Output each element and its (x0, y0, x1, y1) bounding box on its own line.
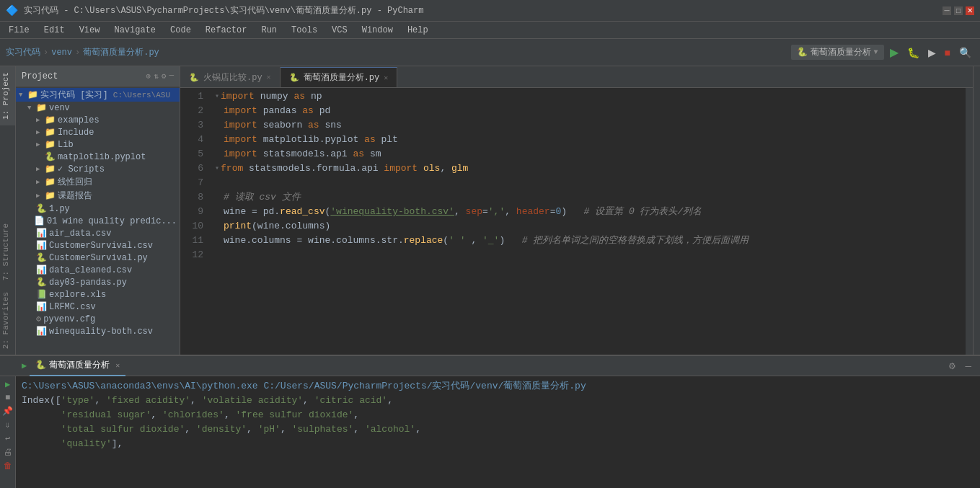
tree-matplotlib[interactable]: 🐍 matplotlib.pyplot (16, 151, 180, 163)
tree-label-airdata: air_data.csv (49, 229, 111, 239)
vtab-favorites[interactable]: 2: Favorites (0, 286, 15, 355)
editor-tabs: 🐍 火锅店比较.py ✕ 🐍 葡萄酒质量分析.py ✕ (180, 66, 973, 88)
breadcrumb: 实习代码 › venv › 葡萄酒质量分析.py (6, 46, 159, 58)
tree-pyvenv[interactable]: ⚙ pyvenv.cfg (16, 313, 180, 325)
menu-help[interactable]: Help (402, 24, 434, 37)
tree-lib[interactable]: ▶ 📁 Lib (16, 138, 180, 151)
menu-view[interactable]: View (74, 24, 106, 37)
tree-wine-doc[interactable]: 📄 01 wine quality predic... (16, 215, 180, 227)
print-icon[interactable]: 🖨 (4, 447, 12, 458)
tree-arrow-include: ▶ (36, 128, 43, 136)
csv-icon-lrfmc: 📊 (36, 301, 47, 312)
project-minimize-icon[interactable]: ─ (169, 71, 174, 81)
run-tab-close[interactable]: ✕ (115, 361, 120, 370)
menu-navigate[interactable]: Navigate (108, 24, 162, 37)
ln-12: 12 (180, 248, 203, 262)
tree-1py[interactable]: 🐍 1.py (16, 203, 180, 215)
breadcrumb-3[interactable]: 葡萄酒质量分析.py (83, 46, 159, 58)
tree-report[interactable]: ▶ 📁 课题报告 (16, 189, 180, 203)
bottom-minimize-btn[interactable]: ─ (962, 360, 974, 373)
stop-button[interactable]: ■ (942, 45, 953, 60)
bottom-controls: ⚙ ─ (945, 360, 974, 373)
tree-include[interactable]: ▶ 📁 Include (16, 126, 180, 138)
menu-run[interactable]: Run (255, 24, 283, 37)
tree-label-pyvenv: pyvenv.cfg (43, 314, 95, 324)
code-content[interactable]: ▾ import numpy as np import pandas as pd… (209, 88, 966, 355)
tree-explore[interactable]: 📗 explore.xls (16, 288, 180, 301)
tree-airdata[interactable]: 📊 air_data.csv (16, 227, 180, 239)
tree-customer-csv[interactable]: 📊 CustomerSurvival.csv (16, 239, 180, 252)
csv-icon-winequality: 📊 (36, 326, 47, 337)
tab-wine[interactable]: 🐍 葡萄酒质量分析.py ✕ (281, 67, 398, 87)
tab-wine-close[interactable]: ✕ (384, 74, 388, 82)
tree-lrfmc[interactable]: 📊 LRFMC.csv (16, 301, 180, 313)
search-everywhere-button[interactable]: 🔍 (956, 45, 974, 60)
menu-file[interactable]: File (3, 24, 35, 37)
tree-datacleaned[interactable]: 📊 data_cleaned.csv (16, 264, 180, 276)
console-area: ▶ ■ 📌 ⇓ ↩ 🖨 🗑 C:\Users\ASUS\anaconda3\en… (0, 376, 980, 488)
tree-arrow-lrfmc (27, 303, 35, 311)
ln-3: 3 (180, 118, 203, 133)
bottom-run-icon[interactable]: ▶ (22, 360, 27, 371)
tree-arrow-datacleaned (27, 267, 35, 274)
tab-hotpot[interactable]: 🐍 火锅店比较.py ✕ (180, 67, 281, 87)
tree-linear[interactable]: ▶ 📁 线性回归 (16, 175, 180, 189)
menu-refactor[interactable]: Refactor (200, 24, 253, 37)
coverage-button[interactable]: ▶ (925, 45, 939, 60)
maximize-button[interactable]: □ (954, 6, 963, 15)
close-button[interactable]: ✕ (966, 6, 974, 15)
tree-root[interactable]: ▼ 📁 实习代码 [实习] C:\Users\ASU (16, 88, 180, 102)
menu-edit[interactable]: Edit (38, 24, 71, 37)
project-header-label: Project (22, 71, 58, 81)
bottom-settings-btn[interactable]: ⚙ (945, 360, 959, 373)
right-scrollbar[interactable] (966, 88, 973, 355)
vtab-project[interactable]: 1: Project (0, 66, 15, 125)
vtab-structure[interactable]: 7: Structure (0, 218, 15, 286)
tree-label-examples: examples (58, 115, 100, 125)
tree-day03[interactable]: 🐍 day03-pandas.py (16, 276, 180, 288)
project-sync-icon[interactable]: ⇅ (154, 71, 159, 81)
run-button[interactable]: ▶ (887, 44, 901, 61)
minimize-button[interactable]: ─ (943, 6, 951, 15)
ln-2: 2 (180, 104, 203, 118)
scroll-end-icon[interactable]: ⇓ (5, 420, 10, 430)
tab-hotpot-close[interactable]: ✕ (267, 73, 271, 81)
title-bar-controls: ─ □ ✕ (943, 6, 974, 15)
menu-vcs[interactable]: VCS (326, 24, 353, 37)
tree-customer-py[interactable]: 🐍 CustomerSurvival.py (16, 252, 180, 264)
console-output[interactable]: C:\Users\ASUS\anaconda3\envs\AI\python.e… (16, 376, 980, 488)
tree-label-explore: explore.xls (49, 290, 106, 300)
tree-scripts[interactable]: ▶ 📁 ✓ Scripts (16, 163, 180, 175)
soft-wrap-icon[interactable]: ↩ (5, 433, 10, 444)
menu-window[interactable]: Window (356, 24, 399, 37)
run-tab[interactable]: 🐍 葡萄酒质量分析 ✕ (30, 356, 125, 376)
project-add-icon[interactable]: ⊕ (146, 71, 151, 81)
clear-icon[interactable]: 🗑 (4, 461, 12, 471)
breadcrumb-2[interactable]: venv (51, 48, 72, 58)
project-settings-icon[interactable]: ⚙ (162, 71, 167, 81)
tree-venv[interactable]: ▼ 📁 venv (16, 102, 180, 114)
tree-label-1py: 1.py (49, 204, 70, 214)
cfg-icon-pyvenv: ⚙ (36, 314, 41, 324)
fold-1[interactable]: ▾ (215, 89, 219, 104)
tree-examples[interactable]: ▶ 📁 examples (16, 114, 180, 126)
tree-label-lrfmc: LRFMC.csv (49, 302, 96, 312)
code-line-1: ▾ import numpy as np (209, 89, 966, 104)
project-header: Project ⊕ ⇅ ⚙ ─ (16, 66, 180, 86)
menu-tools[interactable]: Tools (286, 24, 323, 37)
breadcrumb-1[interactable]: 实习代码 (6, 46, 40, 58)
rerun-icon[interactable]: ▶ (5, 379, 10, 390)
ln-10: 10 (180, 219, 203, 234)
console-line-5: 'quality'], (22, 437, 974, 451)
folder-icon-lib: 📁 (45, 139, 56, 150)
pin-icon[interactable]: 📌 (2, 406, 13, 417)
fold-6[interactable]: ▾ (215, 161, 219, 176)
xls-icon-explore: 📗 (36, 289, 47, 300)
tree-winequality[interactable]: 📊 winequality-both.csv (16, 325, 180, 337)
code-line-10: print(wine.columns) (209, 219, 966, 234)
menu-code[interactable]: Code (164, 24, 197, 37)
tree-arrow-day03 (27, 279, 35, 286)
debug-button[interactable]: 🐛 (904, 45, 922, 60)
stop-run-icon[interactable]: ■ (5, 393, 10, 403)
tab-wine-icon: 🐍 (289, 73, 299, 82)
